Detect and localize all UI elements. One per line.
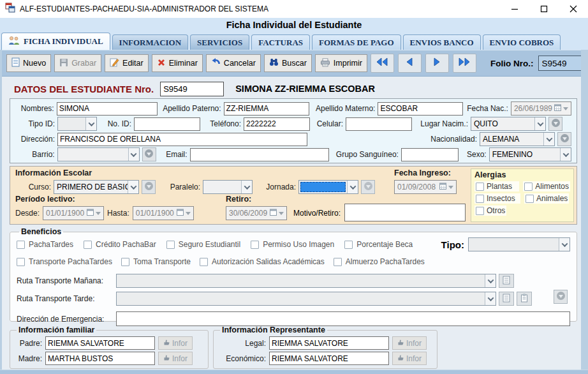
barrio-action-button[interactable] bbox=[142, 147, 156, 161]
apellido-materno-input[interactable] bbox=[378, 102, 463, 116]
jornada-action-button[interactable] bbox=[361, 180, 375, 194]
first-record-button[interactable] bbox=[371, 54, 394, 73]
economico-infor-button[interactable]: Infor bbox=[392, 352, 427, 365]
tab-ficha-individual[interactable]: FICHA INDIVIDUAL bbox=[1, 33, 110, 50]
economico-input[interactable] bbox=[269, 352, 389, 365]
no-id-input[interactable] bbox=[134, 117, 200, 131]
tab-facturas[interactable]: FACTURAS bbox=[251, 34, 310, 50]
ruta-manana-select[interactable] bbox=[116, 274, 496, 288]
lugar-nacim-select[interactable]: QUITO bbox=[471, 117, 546, 131]
checkbox-pachatardes[interactable] bbox=[17, 241, 25, 249]
cancelar-button[interactable]: Cancelar bbox=[206, 54, 261, 72]
direccion-emergencia-input[interactable] bbox=[116, 311, 570, 326]
chevron-down-icon bbox=[279, 212, 284, 215]
student-section-label: DATOS DEL ESTUDIANTE Nro. bbox=[14, 84, 154, 94]
student-number-input[interactable] bbox=[160, 82, 224, 96]
undo-arrow-icon bbox=[211, 58, 221, 69]
tab-label: INFORMACION bbox=[119, 38, 182, 48]
tab-label: ENVIOS BANCO bbox=[410, 38, 474, 48]
allergies-panel: Alergias Plantas Alimentos Insectos Anim… bbox=[471, 168, 574, 222]
almuerzo-pachatardes-label: Almuerzo PachaTardes bbox=[346, 257, 425, 266]
legal-infor-button[interactable]: Infor bbox=[392, 336, 427, 350]
checkbox-transporte-pachatardes[interactable] bbox=[17, 258, 25, 266]
tab-envios-banco[interactable]: ENVIOS BANCO bbox=[403, 34, 481, 50]
next-record-button[interactable] bbox=[425, 54, 449, 73]
tab-bar: FICHA INDIVIDUAL INFORMACION SERVICIOS F… bbox=[1, 33, 588, 50]
nacionalidad-select[interactable]: ALEMANA bbox=[480, 132, 555, 146]
close-button[interactable] bbox=[559, 0, 588, 18]
telefono-input[interactable] bbox=[244, 117, 310, 131]
ruta-tarde-copy-button[interactable] bbox=[517, 292, 532, 306]
tipo-id-select[interactable] bbox=[57, 117, 97, 131]
checkbox-otros[interactable] bbox=[476, 207, 484, 215]
barrio-label: Barrio: bbox=[15, 150, 55, 159]
grabar-button[interactable]: Grabar bbox=[54, 54, 101, 72]
nuevo-button[interactable]: Nuevo bbox=[6, 54, 51, 72]
madre-infor-button[interactable]: Infor bbox=[158, 352, 193, 365]
padre-infor-button[interactable]: Infor bbox=[158, 336, 193, 350]
desde-label: Desde: bbox=[15, 209, 40, 218]
clipboard-icon bbox=[520, 294, 528, 304]
checkbox-insectos[interactable] bbox=[476, 195, 484, 203]
apellido-paterno-input[interactable] bbox=[224, 102, 309, 116]
jornada-value bbox=[300, 182, 346, 192]
email-input[interactable] bbox=[190, 148, 330, 161]
checkbox-permiso-uso-imagen[interactable] bbox=[251, 241, 259, 249]
last-record-button[interactable] bbox=[453, 54, 476, 73]
checkbox-seguro-estudiantil[interactable] bbox=[166, 241, 175, 249]
checkbox-credito-pachabar[interactable] bbox=[84, 241, 92, 249]
curso-action-button[interactable] bbox=[142, 180, 156, 194]
imprimir-button[interactable]: Imprimir bbox=[315, 54, 367, 72]
madre-input[interactable] bbox=[45, 352, 155, 365]
legal-input[interactable] bbox=[269, 336, 389, 350]
nombres-input[interactable] bbox=[57, 102, 158, 116]
tipo-id-label: Tipo ID: bbox=[15, 119, 55, 128]
tipo-beca-select[interactable] bbox=[468, 237, 570, 251]
previous-record-button[interactable] bbox=[398, 54, 422, 73]
checkbox-plantas[interactable] bbox=[476, 183, 484, 191]
jornada-select[interactable] bbox=[298, 180, 358, 194]
minimize-button[interactable] bbox=[500, 0, 529, 18]
direccion-input[interactable] bbox=[57, 133, 307, 146]
checkbox-almuerzo-pachatardes[interactable] bbox=[334, 258, 342, 266]
tab-informacion[interactable]: INFORMACION bbox=[112, 34, 189, 50]
checkbox-toma-transporte[interactable] bbox=[121, 258, 129, 266]
eliminar-button[interactable]: Eliminar bbox=[152, 54, 203, 72]
ruta-tarde-list-button[interactable] bbox=[499, 292, 514, 306]
celular-input[interactable] bbox=[346, 117, 412, 131]
tab-label: SERVICIOS bbox=[197, 38, 242, 48]
checkbox-animales[interactable] bbox=[526, 195, 534, 203]
ruta-tarde-select[interactable] bbox=[116, 292, 496, 306]
tab-servicios[interactable]: SERVICIOS bbox=[190, 34, 249, 50]
chevron-down-icon bbox=[128, 181, 138, 193]
nacionalidad-action-button[interactable] bbox=[557, 132, 571, 146]
curso-label: Curso: bbox=[15, 183, 51, 191]
retiro-value: 30/06/2009 bbox=[229, 209, 268, 218]
apellido-materno-label: Apellido Materno: bbox=[312, 104, 376, 113]
motivo-retiro-input[interactable] bbox=[344, 204, 466, 221]
buscar-button[interactable]: Buscar bbox=[264, 54, 312, 72]
checkbox-porcentaje-beca[interactable] bbox=[344, 241, 353, 249]
desde-value: 01/01/1900 bbox=[46, 209, 85, 218]
list-icon bbox=[503, 276, 510, 287]
retiro-field: 30/06/2009 bbox=[226, 206, 287, 220]
barrio-select[interactable] bbox=[57, 147, 140, 161]
tab-formas-de-pago[interactable]: FORMAS DE PAGO bbox=[312, 34, 401, 50]
chevron-down-icon bbox=[485, 274, 496, 287]
window-bottom-edge bbox=[0, 370, 588, 374]
checkbox-autorizacion-salidas[interactable] bbox=[200, 258, 208, 266]
checkbox-alimentos[interactable] bbox=[524, 183, 533, 191]
imprimir-label: Imprimir bbox=[334, 59, 362, 68]
curso-select[interactable]: PRIMERO DE BASICA bbox=[54, 180, 139, 194]
padre-input[interactable] bbox=[45, 336, 155, 350]
editar-button[interactable]: Editar bbox=[105, 54, 149, 72]
tab-envio-cobros[interactable]: ENVIO COBROS bbox=[483, 34, 561, 50]
maximize-button[interactable] bbox=[529, 0, 559, 18]
ruta-manana-list-button[interactable] bbox=[499, 274, 514, 288]
lugar-nacim-action-button[interactable] bbox=[548, 117, 562, 131]
sexo-select[interactable]: FEMENINO bbox=[489, 147, 571, 161]
grupo-sanguineo-input[interactable] bbox=[401, 148, 459, 161]
ruta-action-button[interactable] bbox=[554, 290, 568, 304]
retiro-label: Retiro: bbox=[226, 195, 251, 204]
paralelo-select[interactable] bbox=[203, 180, 253, 194]
